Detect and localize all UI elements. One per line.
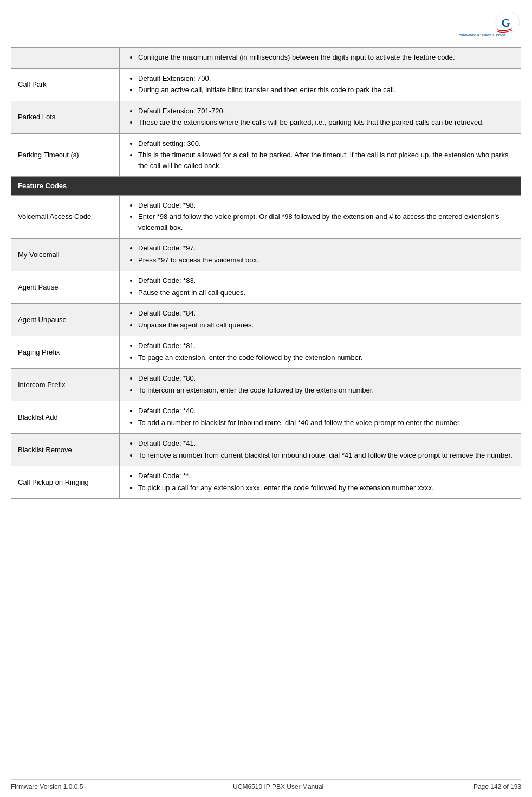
- list-item: Default Code: *97.: [138, 243, 514, 254]
- row-label: Call Park: [11, 68, 120, 101]
- list-item: Default Code: *83.: [138, 275, 514, 286]
- footer-page: Page 142 of 193: [473, 783, 521, 790]
- list-item: To pick up a call for any extension xxxx…: [138, 483, 514, 493]
- row-label: Intercom Prefix: [11, 369, 120, 401]
- row-label: Call Pickup on Ringing: [11, 466, 120, 499]
- list-item: Unpause the agent in all call queues.: [138, 320, 514, 331]
- list-item: Pause the agent in all call queues.: [138, 287, 514, 298]
- list-item: These are the extensions where the calls…: [138, 117, 514, 128]
- row-label: Blacklist Add: [11, 401, 120, 434]
- table-row: Intercom PrefixDefault Code: *80.To inte…: [11, 369, 521, 401]
- row-content: Default Code: **.To pick up a call for a…: [120, 466, 521, 499]
- list-item: To add a number to blacklist for inbound…: [138, 417, 514, 428]
- table-row: Configure the maximum interval (in milli…: [11, 48, 521, 69]
- row-label: [11, 48, 120, 69]
- list-item: Configure the maximum interval (in milli…: [138, 52, 514, 63]
- row-content: Default Code: *97.Press *97 to access th…: [120, 239, 521, 271]
- list-item: Default Extension: 701-720.: [138, 106, 514, 117]
- list-item: Default Code: *80.: [138, 373, 514, 384]
- row-content: Default Code: *98.Enter *98 and follow t…: [120, 195, 521, 239]
- row-content: Default Code: *80.To intercom an extensi…: [120, 369, 521, 401]
- row-label: Parking Timeout (s): [11, 133, 120, 177]
- table-row: Parked LotsDefault Extension: 701-720.Th…: [11, 101, 521, 133]
- main-table: Configure the maximum interval (in milli…: [11, 47, 521, 499]
- svg-text:G: G: [501, 16, 510, 29]
- row-label: Blacklist Remove: [11, 434, 120, 466]
- table-row: Agent PauseDefault Code: *83.Pause the a…: [11, 271, 521, 304]
- logo-area: G Innovative IP Voice & Video: [11, 5, 521, 46]
- footer: Firmware Version 1.0.0.5 UCM6510 IP PBX …: [11, 779, 521, 790]
- table-row: Parking Timeout (s)Default setting: 300.…: [11, 133, 521, 177]
- row-content: Configure the maximum interval (in milli…: [120, 48, 521, 69]
- table-row: Agent UnpauseDefault Code: *84.Unpause t…: [11, 304, 521, 336]
- list-item: Default Code: *41.: [138, 438, 514, 449]
- table-row: My VoicemailDefault Code: *97.Press *97 …: [11, 239, 521, 271]
- row-label: Voicemail Access Code: [11, 195, 120, 239]
- row-label: Agent Unpause: [11, 304, 120, 336]
- row-content: Default Code: *84.Unpause the agent in a…: [120, 304, 521, 336]
- list-item: During an active call, initiate blind tr…: [138, 85, 514, 95]
- list-item: Press *97 to access the voicemail box.: [138, 255, 514, 266]
- list-item: Default setting: 300.: [138, 138, 514, 149]
- svg-text:Innovative IP Voice & Video: Innovative IP Voice & Video: [459, 33, 505, 37]
- table-row: Paging PrefixDefault Code: *81.To page a…: [11, 336, 521, 369]
- section-header-row: Feature Codes: [11, 177, 521, 196]
- table-row: Blacklist AddDefault Code: *40.To add a …: [11, 401, 521, 434]
- row-label: Agent Pause: [11, 271, 120, 304]
- list-item: Default Code: *84.: [138, 308, 514, 319]
- list-item: Enter *98 and follow the voice prompt. O…: [138, 211, 514, 233]
- row-label: Paging Prefix: [11, 336, 120, 369]
- list-item: Default Code: *40.: [138, 406, 514, 416]
- list-item: To intercom an extension, enter the code…: [138, 385, 514, 396]
- row-content: Default Extension: 701-720.These are the…: [120, 101, 521, 133]
- row-content: Default setting: 300.This is the timeout…: [120, 133, 521, 177]
- table-row: Blacklist RemoveDefault Code: *41.To rem…: [11, 434, 521, 466]
- list-item: This is the timeout allowed for a call t…: [138, 150, 514, 171]
- list-item: Default Code: **.: [138, 471, 514, 481]
- grandstream-logo: G Innovative IP Voice & Video: [458, 12, 520, 40]
- list-item: To page an extension, enter the code fol…: [138, 352, 514, 363]
- table-row: Call ParkDefault Extension: 700.During a…: [11, 68, 521, 101]
- footer-manual: UCM6510 IP PBX User Manual: [233, 783, 323, 790]
- row-content: Default Extension: 700.During an active …: [120, 68, 521, 101]
- table-row: Voicemail Access CodeDefault Code: *98.E…: [11, 195, 521, 239]
- list-item: To remove a number from current blacklis…: [138, 450, 514, 461]
- list-item: Default Code: *81.: [138, 340, 514, 351]
- logo-box: G Innovative IP Voice & Video: [456, 11, 521, 41]
- table-row: Call Pickup on RingingDefault Code: **.T…: [11, 466, 521, 499]
- row-label: Parked Lots: [11, 101, 120, 133]
- footer-firmware: Firmware Version 1.0.0.5: [11, 783, 83, 790]
- row-content: Default Code: *41.To remove a number fro…: [120, 434, 521, 466]
- page-container: G Innovative IP Voice & Video Configure …: [0, 0, 532, 797]
- row-content: Default Code: *83.Pause the agent in all…: [120, 271, 521, 304]
- row-label: My Voicemail: [11, 239, 120, 271]
- section-header-cell: Feature Codes: [11, 177, 521, 196]
- list-item: Default Code: *98.: [138, 200, 514, 211]
- row-content: Default Code: *81.To page an extension, …: [120, 336, 521, 369]
- list-item: Default Extension: 700.: [138, 73, 514, 84]
- row-content: Default Code: *40.To add a number to bla…: [120, 401, 521, 434]
